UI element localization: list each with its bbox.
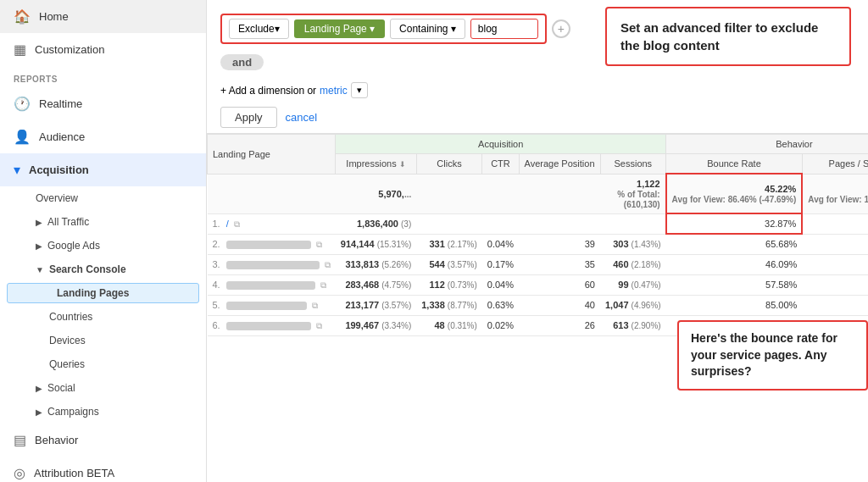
sidebar-item-google-ads-label: Google Ads [47,240,100,252]
row1-bounce-rate: 32.87% [666,213,803,234]
sidebar: 🏠 Home ▦ Customization REPORTS 🕐 Realtim… [0,0,207,482]
apply-button[interactable]: Apply [220,107,277,128]
row1-sessions [600,213,666,234]
blurred-url [226,281,315,290]
chevron-right-icon: ▶ [36,218,42,227]
sidebar-item-home[interactable]: 🏠 Home [0,0,206,33]
row3-page: 3. ⧉ [208,254,336,274]
chevron-right-icon: ▶ [36,241,42,251]
row5-pages: 1.30 [802,295,868,315]
sidebar-section-reports: REPORTS [0,66,206,87]
sidebar-item-customization-label: Customization [35,43,104,56]
sidebar-item-audience[interactable]: 👤 Audience [0,120,206,153]
sidebar-item-landing-pages[interactable]: Landing Pages [7,283,199,303]
external-link-icon: ⧉ [316,240,322,249]
external-link-icon: ⧉ [325,260,331,269]
row4-sessions: 99 (0.47%) [600,274,666,295]
filter-text-input[interactable] [470,19,538,39]
external-link-icon: ⧉ [234,219,240,229]
row2-bounce-rate: 65.68% [666,234,803,254]
sidebar-item-search-console[interactable]: ▼ Search Console [0,258,206,281]
row4-ctr: 0.04% [482,274,519,295]
row2-clicks: 331 (2.17%) [416,234,482,254]
ctr-header: CTR [482,154,519,175]
sidebar-item-social-label: Social [47,382,75,394]
sidebar-item-google-ads[interactable]: ▶ Google Ads [0,234,206,258]
sidebar-item-campaigns-label: Campaigns [47,406,99,418]
row1-impressions: 1,836,400 (3) [336,213,416,234]
add-dimension-row: + Add a dimension or metric ▾ [220,79,854,102]
total-ctr [482,174,519,213]
sidebar-item-campaigns[interactable]: ▶ Campaigns [0,400,206,424]
row5-sessions: 1,047 (4.96%) [600,295,666,315]
row1-pages: 2.56 [802,213,868,234]
chevron-right-icon: ▶ [36,384,42,393]
table-row: 1. / ⧉ 1,836,400 (3) 32.87% 2.56 [208,213,869,234]
chevron-right-icon: ▶ [36,407,42,417]
customization-icon: ▦ [14,42,26,58]
landing-page-header: Landing Page [208,135,336,175]
row2-sessions: 303 (1.43%) [600,234,666,254]
sidebar-item-overview-label: Overview [36,192,78,204]
cancel-button[interactable]: cancel [286,111,318,124]
sidebar-item-queries[interactable]: Queries [0,352,206,376]
impressions-header: Impressions ⬇ [336,154,416,175]
landing-page-button[interactable]: Landing Page ▾ [294,19,385,38]
sidebar-item-devices-label: Devices [49,335,86,346]
sort-icon[interactable]: ⬇ [399,160,406,169]
blurred-url [226,322,311,330]
external-link-icon: ⧉ [320,280,326,290]
metric-link[interactable]: metric [320,85,348,97]
main-content: Set an advanced filter to exclude the bl… [207,0,868,482]
sidebar-item-search-console-label: Search Console [49,263,126,275]
total-avg-position [519,174,600,213]
sidebar-item-attribution-label: Attribution BETA [34,467,114,479]
sidebar-item-all-traffic[interactable]: ▶ All Traffic [0,210,206,234]
exclude-button[interactable]: Exclude▾ [229,19,289,39]
row1-clicks [416,213,482,234]
row3-impressions: 313,813 (5.26%) [336,254,416,274]
blurred-url [226,241,311,249]
avg-position-header: Average Position [519,154,600,175]
row4-page: 4. ⧉ [208,274,336,295]
row6-clicks: 48 (0.31%) [416,315,482,335]
row4-clicks: 112 (0.73%) [416,274,482,295]
sidebar-item-countries[interactable]: Countries [0,305,206,329]
sidebar-item-customization[interactable]: ▦ Customization [0,33,206,66]
audience-icon: 👤 [14,129,31,145]
pages-session-header: Pages / Session [802,154,868,175]
apply-cancel-row: Apply cancel [220,102,854,130]
realtime-icon: 🕐 [14,96,31,112]
row5-impressions: 213,177 (3.57%) [336,295,416,315]
row3-bounce-rate: 46.09% [666,254,803,274]
bounce-rate-header: Bounce Rate [666,154,803,175]
row3-ctr: 0.17% [482,254,519,274]
total-bounce-rate: 45.22% Avg for View: 86.46% (-47.69%) [666,174,803,213]
sidebar-item-overview[interactable]: Overview [0,186,206,210]
filter-add-circle[interactable]: + [552,19,570,38]
row4-avg-position: 60 [519,274,600,295]
sidebar-item-realtime[interactable]: 🕐 Realtime [0,87,206,120]
clicks-header: Clicks [416,154,482,175]
total-row: 5,970,... 1,122 % of Total: (610,130) 45… [208,174,869,213]
row2-ctr: 0.04% [482,234,519,254]
row5-ctr: 0.63% [482,295,519,315]
sidebar-item-attribution[interactable]: ◎ Attribution BETA [0,457,206,482]
row6-avg-position: 26 [519,315,600,335]
add-dimension-dropdown[interactable]: ▾ [351,82,368,98]
sidebar-item-behavior[interactable]: ▤ Behavior [0,424,206,457]
containing-button[interactable]: Containing ▾ [390,19,465,39]
attribution-icon: ◎ [14,465,25,481]
behavior-header: Behavior [666,135,868,154]
filter-box: Exclude▾ Landing Page ▾ Containing ▾ [220,14,547,44]
row5-bounce-rate: 85.00% [666,295,803,315]
filter-tooltip: Set an advanced filter to exclude the bl… [605,7,851,66]
data-table: Landing Page Acquisition Behavior Impres… [207,134,868,336]
row5-clicks: 1,338 (8.77%) [416,295,482,315]
sidebar-item-devices[interactable]: Devices [0,329,206,352]
acquisition-icon: ▾ [14,162,20,178]
sidebar-item-acquisition[interactable]: ▾ Acquisition [0,153,206,186]
row3-clicks: 544 (3.57%) [416,254,482,274]
sidebar-item-social[interactable]: ▶ Social [0,376,206,400]
row4-pages: 2.03 [802,274,868,295]
